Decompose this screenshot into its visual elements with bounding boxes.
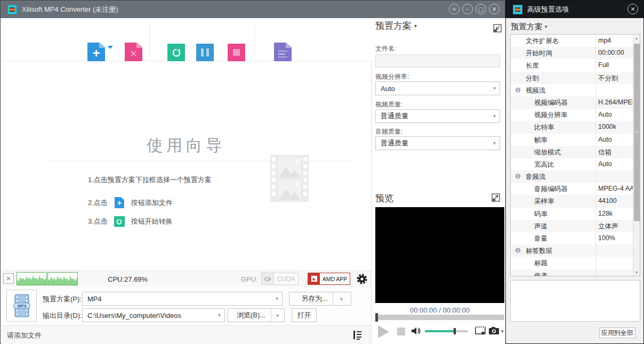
snapshot-folder-icon[interactable]: ★ [475,325,487,335]
seek-handle[interactable] [375,313,378,322]
menu-button[interactable]: ≡ [449,4,460,14]
preset-panel-title[interactable]: 预置方案▾ [375,20,417,32]
table-scrollbar[interactable]: ▲ ▼ [633,35,640,276]
row-label: 音频编码器 [534,185,568,194]
row-value: MPEG-4 AAC [598,185,633,192]
scrollbar-thumb[interactable] [634,44,640,221]
table-row[interactable]: 视频分辨率Auto [511,109,633,121]
apply-to-all-button[interactable]: 应用到全部 [599,327,635,338]
task-list-icon[interactable] [353,330,362,340]
format-thumbnail[interactable]: MP4 [6,290,37,322]
close-button[interactable]: ✕ [489,4,500,14]
table-row[interactable]: 长度Full [511,59,633,71]
table-row[interactable]: 音频编码器MPEG-4 AAC [511,183,633,195]
row-label: 比特率 [534,123,554,132]
section-collapse-icon[interactable]: ⊖ [515,86,521,94]
table-row[interactable]: 宽高比Auto [511,158,633,170]
advanced-titlebar[interactable]: 高级预置选项 ✕ [506,1,643,18]
row-value: 44100 [598,197,633,204]
table-row[interactable]: 文件扩展名mp4 [511,35,633,47]
table-row[interactable]: 作者 [511,269,633,276]
row-value: 00:00:00 [598,49,633,56]
minimize-button[interactable]: − [462,4,473,14]
file-list-area[interactable]: 使用向导 1.点击预置方案下拉框选择一个预置方案 2.点击 + 按钮添加文件 3… [1,61,371,271]
output-dir-label: 输出目录(D): [43,311,82,321]
output-panel: MP4 预置方案(P): MP4▾ 另存为... ▾ 输出目录(D): C:\U… [1,287,371,325]
pause-icon [196,44,214,61]
table-row[interactable]: 采样率44100 [511,195,633,207]
seek-bar[interactable] [375,315,504,320]
film-watermark [268,155,311,202]
resolution-label: 视频分辨率: [375,72,409,81]
table-row[interactable]: 缩放模式信箱 [511,146,633,158]
table-row[interactable]: 开始时间00:00:00 [511,47,633,59]
play-button[interactable] [378,325,389,338]
volume-icon[interactable] [411,326,422,335]
camera-icon[interactable] [488,326,500,335]
preview-video-area[interactable] [375,207,504,303]
preset-select[interactable]: MP4▾ [82,292,283,306]
scroll-down-arrow[interactable]: ▼ [633,271,640,274]
main-titlebar[interactable]: Xilisoft MP4 Converter (未注册) ≡ − ▢ ✕ [1,1,505,18]
toolbar-separator [149,22,150,58]
table-row[interactable]: 标题 [511,257,633,269]
table-section-row[interactable]: ⊖音频流 [511,170,633,183]
browse-button[interactable]: 浏览(B)... ▾ [228,308,285,322]
row-label: 长度 [526,61,539,70]
table-row[interactable]: 码率128k [511,208,633,220]
camera-options-caret[interactable]: ▾ [501,329,504,334]
row-value: Auto [598,160,633,168]
add-dropdown-caret[interactable] [108,46,113,49]
convert-icon [167,44,185,61]
volume-slider-fill[interactable] [425,330,454,332]
resolution-select[interactable]: Auto▾ [375,81,500,95]
amd-app-toggle[interactable]: AMD APP [308,273,350,285]
table-row[interactable]: 比特率1000k [511,121,633,133]
section-collapse-icon[interactable]: ⊖ [515,173,521,180]
filename-input[interactable] [375,54,500,68]
volume-slider-track[interactable] [454,330,468,332]
row-value: Auto [598,111,633,118]
row-value: Full [598,61,633,69]
table-row[interactable]: 分割不分割 [511,72,633,84]
table-row[interactable]: 帧率Auto [511,134,633,146]
cuda-toggle[interactable]: CUDA [261,273,299,285]
save-as-button[interactable]: 另存为... ▾ [289,292,351,306]
collapse-panel-icon[interactable] [493,24,502,32]
row-label: 分割 [526,74,539,83]
advanced-close-button[interactable]: ✕ [627,4,638,14]
advanced-preset-dropdown[interactable]: 预置方案▾ [511,22,548,32]
table-row[interactable]: 声道立体声 [511,220,633,232]
volume-handle[interactable] [454,328,456,334]
output-dir-select[interactable]: C:\Users\My_computer\Videos▾ [82,308,225,322]
cpu-graph-1 [17,272,47,285]
audio-quality-select[interactable]: 普通质量▾ [375,136,500,150]
browse-caret[interactable]: ▾ [276,313,279,318]
row-label: 标签数据 [526,247,552,256]
table-row[interactable]: 视频编码器H.264/MPEG [511,96,633,109]
advanced-app-icon [513,5,522,14]
expand-preview-icon[interactable] [492,193,500,202]
scroll-up-arrow[interactable]: ▲ [633,36,640,40]
table-section-row[interactable]: ⊖视频流 [511,84,633,96]
settings-gear-icon[interactable] [356,273,368,285]
row-label: 声道 [534,222,548,231]
table-row[interactable]: 音量100% [511,232,633,244]
table-section-row[interactable]: ⊖标签数据 [511,244,633,257]
section-collapse-icon[interactable]: ⊖ [515,247,521,254]
row-label: 帧率 [534,136,548,145]
stop-preview-button[interactable] [397,327,405,335]
row-label: 缩放模式 [534,148,561,157]
row-value: 1000k [598,123,633,130]
maximize-button[interactable]: ▢ [476,4,486,14]
save-as-caret[interactable]: ▾ [340,297,343,302]
toolbar-separator [254,22,255,58]
description-textarea[interactable] [510,280,640,322]
video-quality-select[interactable]: 普通质量▾ [375,109,500,123]
row-label: 作者 [534,272,548,276]
add-file-icon: + [87,43,105,62]
hide-graph-button[interactable]: ✕ [3,273,14,284]
open-button[interactable]: 打开 [292,308,317,322]
svg-text:★: ★ [480,330,486,335]
thumb-format-text: MP4 [17,304,26,308]
